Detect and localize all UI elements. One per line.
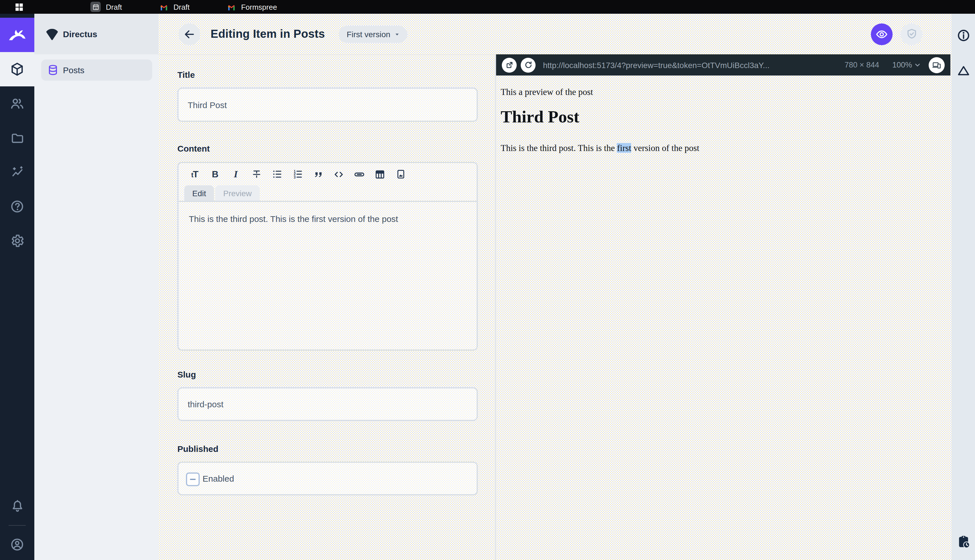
notifications-bell-icon[interactable] (0, 491, 34, 522)
open-in-new-tab-button[interactable] (502, 57, 517, 72)
info-icon[interactable] (957, 28, 970, 42)
preview-zoom-selector[interactable]: 100% (892, 61, 921, 69)
preview-dimensions: 780 × 844 (845, 61, 879, 69)
eye-icon (875, 28, 888, 40)
shield-check-icon (905, 28, 917, 40)
gmail-icon (227, 3, 236, 11)
editor-tabs: Edit Preview (178, 185, 477, 202)
browser-tab-label: Draft (173, 3, 189, 11)
published-checkbox[interactable] (186, 472, 200, 486)
published-toggle[interactable]: Enabled (177, 462, 478, 495)
content-field-label: Content (177, 143, 210, 153)
module-bar (0, 14, 34, 560)
chevron-down-icon (914, 61, 921, 68)
svg-text:31: 31 (95, 7, 97, 10)
bold-icon[interactable]: B (207, 166, 224, 183)
external-link-icon (505, 61, 513, 69)
strikethrough-icon[interactable] (248, 166, 265, 183)
os-top-bar: 31 Draft Draft Formspree (0, 0, 975, 14)
published-checkbox-label: Enabled (203, 473, 234, 483)
item-form: Title Third Post Content tT B I (158, 54, 496, 560)
image-icon[interactable] (392, 166, 409, 183)
nav-sidebar: Directus Posts (34, 14, 158, 560)
preview-post-body: This is the third post. This is the firs… (501, 143, 913, 153)
content-textarea[interactable]: This is the third post. This is the firs… (178, 202, 477, 236)
browser-tab-draft-1[interactable]: 31 Draft (90, 2, 122, 12)
svg-text:3: 3 (293, 175, 295, 179)
tab-edit[interactable]: Edit (184, 185, 214, 201)
clipboard-clock-icon[interactable] (955, 534, 971, 550)
minus-icon (190, 479, 196, 480)
browser-tab-label: Formspree (241, 3, 277, 11)
promote-version-button[interactable] (901, 23, 922, 45)
sidebar-item-label: Posts (63, 65, 84, 75)
browser-tab-label: Draft (106, 3, 122, 11)
version-label: First version (347, 30, 390, 38)
slug-input[interactable]: third-post (177, 387, 478, 421)
preview-body-after: version of the post (632, 143, 700, 153)
page-header: Editing Item in Posts First version (158, 14, 952, 55)
zoom-value: 100% (892, 61, 912, 69)
preview-highlighted-word: first (617, 143, 632, 153)
italic-icon[interactable]: I (227, 166, 244, 183)
title-input-value: Third Post (188, 100, 227, 110)
insights-module-icon[interactable] (0, 155, 34, 189)
app-grid-icon[interactable] (14, 2, 24, 12)
directus-rabbit-logo[interactable] (0, 18, 34, 52)
preview-url-bar: http://localhost:5173/4?preview=true&tok… (496, 54, 950, 75)
title-field-label: Title (177, 70, 195, 80)
refresh-icon (524, 61, 532, 69)
module-bar-divider (8, 525, 26, 526)
calendar-icon: 31 (90, 2, 101, 12)
users-module-icon[interactable] (0, 87, 34, 121)
published-field-label: Published (177, 444, 218, 453)
blockquote-icon[interactable] (310, 166, 327, 183)
preview-url[interactable]: http://localhost:5173/4?preview=true&tok… (543, 60, 840, 70)
right-sidebar-strip (952, 14, 975, 560)
devices-icon (932, 60, 941, 70)
gmail-icon (160, 3, 168, 11)
account-avatar-icon[interactable] (0, 529, 34, 560)
slug-input-value: third-post (188, 399, 223, 409)
project-logo-icon (44, 26, 60, 42)
code-icon[interactable] (330, 166, 347, 183)
browser-tab-formspree[interactable]: Formspree (227, 3, 277, 11)
refresh-preview-button[interactable] (521, 57, 535, 72)
title-input[interactable]: Third Post (177, 88, 478, 122)
caret-down-icon (394, 31, 400, 37)
sidebar-item-posts[interactable]: Posts (41, 60, 152, 81)
app-root: 31 Draft Draft Formspree (0, 0, 975, 560)
content-module-icon[interactable] (0, 52, 34, 87)
table-icon[interactable] (372, 166, 388, 183)
preview-intro-text: This a preview of the post (501, 87, 913, 97)
preview-body-before: This is the third post. This is the (501, 143, 617, 153)
settings-module-icon[interactable] (0, 224, 34, 258)
responsive-mode-button[interactable] (928, 57, 945, 73)
database-icon (47, 64, 59, 76)
project-header[interactable]: Directus (34, 14, 158, 54)
project-name: Directus (63, 29, 97, 39)
bullet-list-icon[interactable] (268, 166, 285, 183)
delta-triangle-icon[interactable] (957, 64, 970, 77)
link-icon[interactable] (351, 166, 368, 183)
main-area: Editing Item in Posts First version Titl… (158, 14, 952, 560)
preview-toggle-button[interactable] (871, 23, 893, 45)
browser-tab-draft-2[interactable]: Draft (160, 3, 189, 11)
numbered-list-icon[interactable]: 123 (289, 166, 306, 183)
files-module-icon[interactable] (0, 121, 34, 155)
page-title: Editing Item in Posts (210, 27, 325, 41)
editor-toolbar: tT B I 123 (178, 163, 477, 185)
live-preview-pane: http://localhost:5173/4?preview=true&tok… (496, 54, 952, 560)
version-selector[interactable]: First version (339, 25, 407, 43)
preview-post-title: Third Post (501, 107, 913, 127)
heading-icon[interactable]: tT (186, 166, 203, 183)
help-module-icon[interactable] (0, 189, 34, 224)
slug-field-label: Slug (177, 370, 196, 379)
tab-preview[interactable]: Preview (215, 185, 260, 201)
back-button[interactable] (178, 23, 200, 45)
markdown-editor: tT B I 123 (177, 162, 478, 351)
